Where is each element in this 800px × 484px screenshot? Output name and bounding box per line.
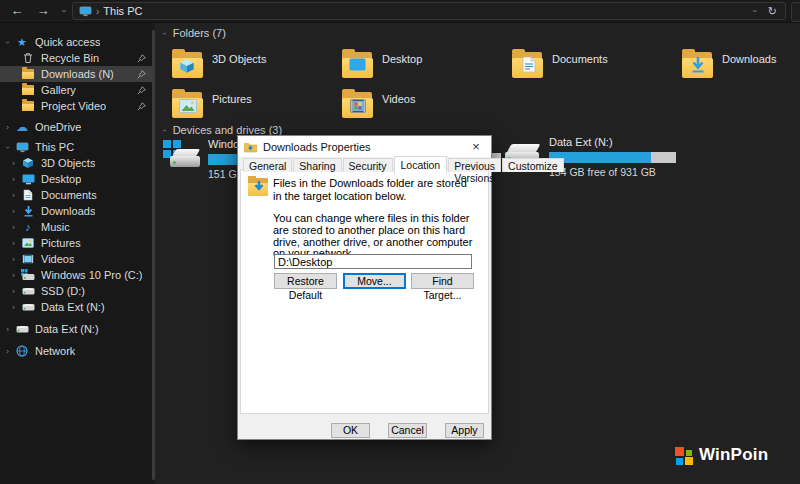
restore-default-button[interactable]: Restore Default [274, 273, 337, 289]
chevron-down-icon[interactable]: › [3, 38, 12, 47]
folders-section-title: Folders (7) [173, 27, 226, 39]
download-folder-icon [681, 49, 715, 79]
address-bar[interactable]: › This PC › ↻ [72, 2, 786, 20]
sidebar-item-pictures[interactable]: ›Pictures [0, 235, 152, 251]
cancel-button[interactable]: Cancel [388, 423, 427, 438]
pin-icon [137, 102, 146, 111]
move-button[interactable]: Move... [343, 273, 406, 289]
chevron-right-icon[interactable]: › [9, 175, 18, 184]
tab-previous-versions[interactable]: Previous Versions [448, 158, 501, 172]
sidebar-item-label: Data Ext (N:) [41, 301, 105, 313]
chevron-right-icon[interactable]: › [3, 325, 12, 334]
tab-general[interactable]: General [243, 158, 292, 172]
sidebar-item-quick-access[interactable]: ›★Quick access [0, 34, 152, 50]
winpoin-squares-icon [674, 444, 695, 465]
folders-section-header[interactable]: › Folders (7) [163, 27, 226, 39]
back-button[interactable]: ← [4, 0, 30, 22]
cube-icon [21, 157, 35, 170]
sidebar-item-label: Music [41, 221, 70, 233]
pc-icon [15, 141, 29, 154]
chevron-right-icon[interactable]: › [9, 271, 18, 280]
folder-tile-pictures[interactable]: Pictures [171, 86, 337, 122]
winpoin-text: WinPoin [699, 445, 768, 465]
sidebar-item-label: 3D Objects [41, 157, 95, 169]
sidebar-item-project-video[interactable]: Project Video [0, 98, 152, 114]
find-target-button[interactable]: Find Target... [411, 273, 474, 289]
chevron-right-icon[interactable]: › [3, 347, 12, 356]
sidebar-item-this-pc[interactable]: ›This PC [0, 139, 152, 155]
drive-icon [21, 285, 35, 298]
recent-locations-chevron-icon[interactable]: › [56, 0, 70, 22]
folder-icon [21, 68, 35, 81]
folder-tile-desktop[interactable]: Desktop [341, 46, 507, 82]
sidebar-item-documents[interactable]: ›Documents [0, 187, 152, 203]
video-icon [21, 253, 35, 266]
sidebar-item-onedrive[interactable]: ›☁OneDrive [0, 119, 152, 135]
tab-security[interactable]: Security [343, 158, 393, 172]
pin-icon [137, 86, 146, 95]
folder-tile-downloads[interactable]: Downloads [681, 46, 800, 82]
sidebar-item-label: OneDrive [35, 121, 81, 133]
folder-tile-videos[interactable]: Videos [341, 86, 507, 122]
address-dropdown-chevron-icon[interactable]: › [753, 6, 756, 16]
sidebar-item-music[interactable]: ›♪Music [0, 219, 152, 235]
sidebar-scrollbar[interactable] [152, 30, 155, 480]
folder-tile-label: Downloads [722, 53, 776, 65]
sidebar-item-3d-objects[interactable]: ›3D Objects [0, 155, 152, 171]
recycle-bin-icon [21, 52, 35, 65]
sidebar-item-label: Videos [41, 253, 74, 265]
apply-button[interactable]: Apply [445, 423, 484, 438]
chevron-right-icon[interactable]: › [9, 239, 18, 248]
chevron-right-icon[interactable]: › [9, 255, 18, 264]
sidebar-item-recycle-bin[interactable]: Recycle Bin [0, 50, 152, 66]
folder-tile-documents[interactable]: Documents [511, 46, 677, 82]
sidebar-item-network[interactable]: ›Network [0, 343, 152, 359]
breadcrumb[interactable]: This PC [103, 5, 142, 17]
downloads-folder-large-icon [248, 176, 270, 196]
sidebar-item-data-ext-n[interactable]: ›Data Ext (N:) [0, 321, 152, 337]
tab-customize[interactable]: Customize [502, 158, 564, 172]
close-icon[interactable]: × [461, 139, 491, 154]
sidebar-item-ssd-d[interactable]: ›SSD (D:) [0, 283, 152, 299]
drive-usage-bar [549, 152, 676, 163]
folder-tile-label: Videos [382, 93, 415, 105]
cube-folder-icon [171, 49, 205, 79]
downloads-folder-icon [244, 141, 257, 152]
sidebar-item-windows-10-pro-c[interactable]: ›Windows 10 Pro (C:) [0, 267, 152, 283]
chevron-right-icon[interactable]: › [3, 123, 12, 132]
chevron-right-icon[interactable]: › [9, 303, 18, 312]
folder-path-input[interactable] [274, 254, 472, 269]
chevron-right-icon[interactable]: › [9, 223, 18, 232]
dialog-intro-text: Files in the Downloads folder are stored… [273, 177, 473, 202]
search-box[interactable] [791, 2, 800, 22]
ok-button[interactable]: OK [331, 423, 370, 438]
sidebar-item-downloads[interactable]: ›Downloads [0, 203, 152, 219]
video-folder-icon [341, 89, 375, 119]
sidebar-item-label: SSD (D:) [41, 285, 85, 297]
chevron-right-icon[interactable]: › [9, 287, 18, 296]
chevron-right-icon[interactable]: › [9, 207, 18, 216]
sidebar-item-label: Project Video [41, 100, 106, 112]
pin-icon [137, 70, 146, 79]
sidebar-item-videos[interactable]: ›Videos [0, 251, 152, 267]
tab-sharing[interactable]: Sharing [293, 158, 341, 172]
sidebar-item-data-ext-n[interactable]: ›Data Ext (N:) [0, 299, 152, 315]
desktop-folder-icon [341, 49, 375, 79]
this-pc-icon [79, 6, 92, 17]
collapse-chevron-icon: › [163, 126, 166, 135]
chevron-down-icon[interactable]: › [3, 143, 12, 152]
chevron-right-icon[interactable]: › [9, 191, 18, 200]
collapse-chevron-icon: › [163, 29, 166, 38]
sidebar-item-gallery[interactable]: Gallery [0, 82, 152, 98]
sidebar-item-label: Downloads (N) [41, 68, 114, 80]
drive-icon [15, 323, 29, 336]
document-icon [21, 189, 35, 202]
chevron-right-icon[interactable]: › [9, 159, 18, 168]
winpoin-logo: WinPoin [674, 444, 768, 465]
dialog-titlebar[interactable]: Downloads Properties × [238, 136, 491, 157]
sidebar-item-desktop[interactable]: ›Desktop [0, 171, 152, 187]
folder-tile-3d-objects[interactable]: 3D Objects [171, 46, 337, 82]
refresh-icon[interactable]: ↻ [768, 5, 777, 18]
sidebar-item-downloads-n[interactable]: Downloads (N) [0, 66, 152, 82]
tab-location[interactable]: Location [394, 156, 448, 174]
